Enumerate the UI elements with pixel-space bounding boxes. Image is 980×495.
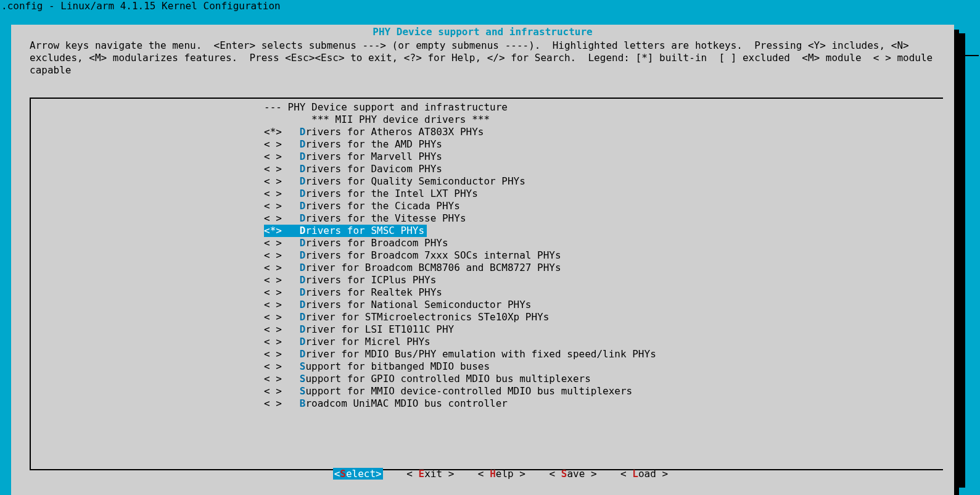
menu-item[interactable]: < > Support for bitbanged MDIO buses: [264, 360, 943, 373]
menu-item[interactable]: < > Drivers for National Semiconductor P…: [264, 299, 943, 311]
exit-button[interactable]: < Exit >: [406, 468, 454, 480]
menu-item[interactable]: < > Drivers for the Vitesse PHYs: [264, 212, 943, 225]
menu-item-label: upport for MMIO device-controlled MDIO b…: [305, 385, 632, 397]
menu-item-hotkey: D: [300, 274, 306, 286]
menu-item-label: rivers for Atheros AT803X PHYs: [305, 126, 484, 138]
menu-item-label: rivers for ICPlus PHYs: [305, 274, 436, 286]
menu-item[interactable]: < > Drivers for Realtek PHYs: [264, 286, 943, 299]
panel-help-text: Arrow keys navigate the menu. <Enter> se…: [11, 38, 954, 77]
menu-item-state[interactable]: < >: [264, 286, 282, 299]
menu-item-hotkey: S: [300, 373, 306, 385]
menu-item-state[interactable]: < >: [264, 360, 282, 373]
menu-item[interactable]: < > Support for MMIO device-controlled M…: [264, 385, 943, 397]
menu-item[interactable]: < > Driver for Broadcom BCM8706 and BCM8…: [264, 262, 943, 274]
menu-item-state[interactable]: < >: [264, 249, 282, 262]
menu-item[interactable]: < > Driver for MDIO Bus/PHY emulation wi…: [264, 348, 943, 360]
menu-item-hotkey: D: [300, 286, 306, 298]
load-button[interactable]: < Load >: [620, 468, 668, 480]
menu-item[interactable]: < > Driver for STMicroelectronics STe10X…: [264, 311, 943, 323]
panel-title: PHY Device support and infrastructure: [11, 25, 954, 38]
menu-item-state[interactable]: < >: [264, 336, 282, 348]
menu-item-state[interactable]: < >: [264, 311, 282, 323]
menu-item-hotkey: D: [300, 126, 306, 138]
menu-item-state[interactable]: < >: [264, 299, 282, 311]
menu-subheader: *** MII PHY device drivers ***: [264, 114, 943, 126]
menu-section-header: --- PHY Device support and infrastructur…: [264, 101, 943, 114]
menu-item-label: river for LSI ET1011C PHY: [305, 323, 454, 335]
menu-item-label: rivers for Broadcom 7xxx SOCs internal P…: [305, 249, 561, 261]
menu-item[interactable]: <*> Drivers for SMSC PHYs: [264, 225, 427, 237]
menu-item-label: roadcom UniMAC MDIO bus controller: [305, 397, 508, 409]
menu-item[interactable]: < > Drivers for Broadcom PHYs: [264, 237, 943, 249]
menu-item-hotkey: S: [300, 385, 306, 397]
menu-item-state[interactable]: <*>: [264, 225, 282, 237]
menu-item-hotkey: D: [300, 323, 306, 335]
menu-item[interactable]: < > Drivers for Davicom PHYs: [264, 163, 943, 175]
menu-item-hotkey: D: [300, 225, 306, 236]
menu-item[interactable]: < > Broadcom UniMAC MDIO bus controller: [264, 397, 943, 410]
menu-item-state[interactable]: < >: [264, 274, 282, 286]
menu-item-state[interactable]: < >: [264, 385, 282, 397]
menu-item-state[interactable]: < >: [264, 188, 282, 200]
menu-list[interactable]: --- PHY Device support and infrastructur…: [31, 101, 943, 410]
menu-item-label: rivers for the AMD PHYs: [305, 138, 442, 150]
menu-item-hotkey: D: [300, 348, 306, 360]
menu-item-state[interactable]: < >: [264, 175, 282, 188]
menu-item[interactable]: < > Drivers for Marvell PHYs: [264, 151, 943, 163]
menu-item-hotkey: D: [300, 163, 306, 175]
menu-item-label: rivers for the Vitesse PHYs: [305, 212, 466, 224]
menu-item-hotkey: D: [300, 200, 306, 212]
menu-item-label: rivers for the Cicada PHYs: [305, 200, 459, 212]
menu-item-state[interactable]: < >: [264, 212, 282, 225]
menu-item-state[interactable]: < >: [264, 151, 282, 163]
select-button[interactable]: <Select>: [333, 468, 383, 480]
menu-item-label: rivers for the Intel LXT PHYs: [305, 188, 477, 199]
menu-item[interactable]: <*> Drivers for Atheros AT803X PHYs: [264, 126, 943, 138]
button-bar: <Select> < Exit > < Help > < Save > < Lo…: [11, 455, 954, 493]
menu-item-state[interactable]: < >: [264, 200, 282, 212]
menu-item-state[interactable]: < >: [264, 323, 282, 336]
menu-item-state[interactable]: < >: [264, 237, 282, 249]
menu-box: --- PHY Device support and infrastructur…: [30, 98, 943, 470]
menu-item-hotkey: D: [300, 188, 306, 199]
help-button[interactable]: < Help >: [478, 468, 525, 480]
menu-item-hotkey: D: [300, 336, 306, 347]
menu-item-label: river for STMicroelectronics STe10Xp PHY…: [305, 311, 549, 323]
menu-item-hotkey: B: [300, 397, 306, 409]
menu-item-hotkey: D: [300, 262, 306, 273]
menu-item-state[interactable]: < >: [264, 348, 282, 360]
menu-item-label: river for Micrel PHYs: [305, 336, 430, 347]
menu-item-hotkey: D: [300, 138, 306, 150]
config-panel: PHY Device support and infrastructure Ar…: [11, 25, 954, 495]
menu-item-label: rivers for SMSC PHYs: [305, 225, 424, 236]
menu-item-state[interactable]: < >: [264, 373, 282, 385]
menu-item-hotkey: D: [300, 175, 306, 187]
menu-item-label: rivers for Broadcom PHYs: [305, 237, 448, 249]
menu-item[interactable]: < > Support for GPIO controlled MDIO bus…: [264, 373, 943, 385]
menu-item-state[interactable]: <*>: [264, 126, 282, 138]
menu-item[interactable]: < > Driver for LSI ET1011C PHY: [264, 323, 943, 336]
menuconfig-screen: .config - Linux/arm 4.1.15 Kernel Config…: [0, 0, 980, 495]
menu-item-hotkey: D: [300, 237, 306, 249]
menu-item[interactable]: < > Drivers for Broadcom 7xxx SOCs inter…: [264, 249, 943, 262]
menu-item-hotkey: D: [300, 299, 306, 310]
menu-item[interactable]: < > Drivers for Quality Semiconductor PH…: [264, 175, 943, 188]
menu-item-state[interactable]: < >: [264, 163, 282, 175]
menu-item-label: upport for bitbanged MDIO buses: [305, 360, 490, 372]
menu-item[interactable]: < > Drivers for the AMD PHYs: [264, 138, 943, 151]
menu-item-state[interactable]: < >: [264, 138, 282, 151]
menu-item-label: rivers for Marvell PHYs: [305, 151, 442, 162]
menu-item[interactable]: < > Drivers for the Cicada PHYs: [264, 200, 943, 212]
menu-item[interactable]: < > Drivers for the Intel LXT PHYs: [264, 188, 943, 200]
menu-item-label: rivers for Davicom PHYs: [305, 163, 442, 175]
scrollbar[interactable]: [959, 33, 965, 488]
menu-item-hotkey: D: [300, 151, 306, 162]
save-button[interactable]: < Save >: [549, 468, 596, 480]
menu-item-label: rivers for Realtek PHYs: [305, 286, 442, 298]
menu-item-label: rivers for National Semiconductor PHYs: [305, 299, 531, 310]
menu-item-state[interactable]: < >: [264, 397, 282, 410]
menu-item-label: rivers for Quality Semiconductor PHYs: [305, 175, 525, 187]
menu-item[interactable]: < > Drivers for ICPlus PHYs: [264, 274, 943, 286]
menu-item[interactable]: < > Driver for Micrel PHYs: [264, 336, 943, 348]
menu-item-state[interactable]: < >: [264, 262, 282, 274]
